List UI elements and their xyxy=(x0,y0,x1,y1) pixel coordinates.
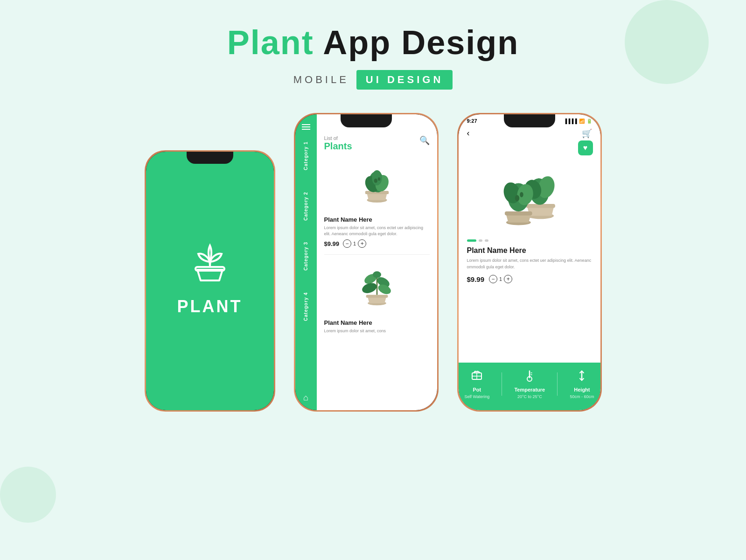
plant-card-2: Plant Name Here Lorem ipsum dolor sit am… xyxy=(324,261,430,334)
qty-control-1: − 1 + xyxy=(343,239,366,248)
sidebar-item-cat1[interactable]: Category 1 xyxy=(303,138,308,174)
plant-desc-1: Lorem ipsum dolor sit amet, cons ectet u… xyxy=(324,225,430,237)
battery-icon: 🔋 xyxy=(586,119,592,124)
status-time: 9:27 xyxy=(467,118,477,124)
svg-rect-23 xyxy=(504,211,532,216)
temp-sub: 20°C to 25°C xyxy=(517,394,542,399)
detail-content: Plant Name Here Lorem ipsum dolor sit am… xyxy=(459,234,600,363)
ui-design-badge: UI DESIGN xyxy=(356,70,453,90)
pot-icon xyxy=(470,369,483,385)
plant-image-1 xyxy=(324,158,430,214)
list-main-content: List of Plants 🔍 xyxy=(317,114,437,410)
temp-info: Temperature 20°C to 25°C xyxy=(514,369,545,399)
temp-label: Temperature xyxy=(514,387,545,392)
dot-active xyxy=(467,239,476,242)
plant-price-row-1: $9.99 − 1 + xyxy=(324,239,430,248)
detail-qty-plus[interactable]: + xyxy=(504,275,512,283)
cart-button[interactable]: 🛒 xyxy=(582,128,592,139)
signal-icon: ▐▐▐▐ xyxy=(564,119,577,124)
svg-point-8 xyxy=(377,177,380,181)
svg-point-16 xyxy=(373,271,381,278)
phone-splash-inner: PLANT xyxy=(146,152,274,410)
title-green: Plant xyxy=(227,24,314,61)
temp-icon xyxy=(524,369,535,385)
svg-point-28 xyxy=(520,192,523,197)
detail-plant-desc: Lorem ipsum dolor sit amet, cons ectet u… xyxy=(467,258,592,270)
detail-price-row: $9.99 − 1 + xyxy=(467,275,592,283)
plant-price-1: $9.99 xyxy=(324,240,340,247)
qty-value-1: 1 xyxy=(353,241,356,246)
phone-list-inner: Category 1 Category 2 Category 3 Categor… xyxy=(295,114,437,410)
dot-2 xyxy=(485,239,488,242)
notch-1 xyxy=(187,152,233,164)
height-info: Height 50cm - 60cm xyxy=(570,369,594,399)
plant-name-2: Plant Name Here xyxy=(324,319,430,326)
splash-screen: PLANT xyxy=(146,152,274,410)
svg-point-7 xyxy=(374,179,377,183)
back-button[interactable]: ‹ xyxy=(467,128,470,139)
phones-container: PLANT Category 1 Category 2 Category 3 C… xyxy=(0,99,746,412)
svg-point-27 xyxy=(515,195,519,201)
detail-qty-minus[interactable]: − xyxy=(489,275,497,283)
notch-3 xyxy=(504,114,555,127)
home-icon[interactable]: ⌂ xyxy=(303,393,308,403)
detail-nav: ‹ 🛒 xyxy=(459,126,600,140)
plant-logo-icon xyxy=(184,236,236,289)
bg-decoration-circle-bottom xyxy=(0,467,56,523)
pot-label: Pot xyxy=(473,387,481,392)
height-label: Height xyxy=(574,387,590,392)
notch-2 xyxy=(341,114,392,127)
subtitle-mobile: MOBILE xyxy=(293,74,349,86)
list-title-group: List of Plants xyxy=(324,135,352,152)
bar-divider-1 xyxy=(502,372,502,396)
bg-decoration-circle-top xyxy=(625,0,709,84)
svg-point-6 xyxy=(372,170,382,185)
pot-info: Pot Self Watering xyxy=(465,369,490,399)
qty-plus-1[interactable]: + xyxy=(358,239,366,248)
detail-price: $9.99 xyxy=(467,275,485,283)
search-icon[interactable]: 🔍 xyxy=(419,135,430,146)
list-header: List of Plants 🔍 xyxy=(324,135,430,152)
svg-rect-10 xyxy=(366,295,388,298)
title-black: App Design xyxy=(323,24,519,61)
detail-screen: 9:27 ▐▐▐▐ 📶 🔋 ‹ 🛒 xyxy=(459,114,600,410)
detail-plant-name: Plant Name Here xyxy=(467,246,592,255)
plants-title: Plants xyxy=(324,141,352,152)
carousel-dots xyxy=(467,239,592,242)
sidebar: Category 1 Category 2 Category 3 Categor… xyxy=(295,114,317,410)
status-icons: ▐▐▐▐ 📶 🔋 xyxy=(564,118,592,124)
heart-badge[interactable]: ♥ xyxy=(578,140,593,155)
height-sub: 50cm - 60cm xyxy=(570,394,594,399)
phone-detail-inner: 9:27 ▐▐▐▐ 📶 🔋 ‹ 🛒 xyxy=(459,114,600,410)
plant-name-1: Plant Name Here xyxy=(324,216,430,223)
phone-list: Category 1 Category 2 Category 3 Categor… xyxy=(294,113,439,412)
sidebar-item-cat3[interactable]: Category 3 xyxy=(303,238,308,274)
detail-plant-image: ♥ xyxy=(459,140,600,234)
hamburger-icon[interactable] xyxy=(302,123,310,131)
phone-splash: PLANT xyxy=(145,150,275,412)
detail-qty-control: − 1 + xyxy=(489,275,512,283)
list-of-label: List of xyxy=(324,135,352,141)
plant-desc-2: Lorem ipsum dolor sit amet, cons xyxy=(324,328,430,334)
detail-bottom-bar: Pot Self Watering T xyxy=(459,363,600,410)
sidebar-item-cat4[interactable]: Category 4 xyxy=(303,288,308,325)
bar-divider-2 xyxy=(557,372,558,396)
pot-sub: Self Watering xyxy=(465,394,490,399)
plant-card-1: Plant Name Here Lorem ipsum dolor sit am… xyxy=(324,158,430,248)
sidebar-item-cat2[interactable]: Category 2 xyxy=(303,188,308,224)
list-screen: Category 1 Category 2 Category 3 Categor… xyxy=(295,114,437,410)
detail-qty-value: 1 xyxy=(499,276,502,282)
dot-1 xyxy=(479,239,482,242)
plant-image-2 xyxy=(324,261,430,317)
phone-detail: 9:27 ▐▐▐▐ 📶 🔋 ‹ 🛒 xyxy=(457,113,602,412)
wifi-icon: 📶 xyxy=(579,119,585,124)
height-icon xyxy=(576,369,587,385)
card-divider xyxy=(324,254,430,255)
splash-label: PLANT xyxy=(177,297,243,316)
header-subtitle: MOBILE UI DESIGN xyxy=(0,70,746,90)
qty-minus-1[interactable]: − xyxy=(343,239,351,248)
